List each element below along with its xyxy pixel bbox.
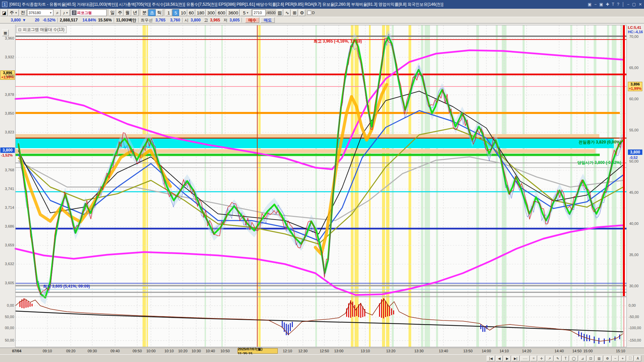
minimize-panel-icon[interactable]: −	[594, 2, 597, 7]
zoom-out-icon[interactable]: −	[612, 356, 619, 361]
price-chart-canvas[interactable]	[0, 23, 644, 348]
font-size-icon[interactable]: A	[634, 356, 641, 361]
buy-button[interactable]: 매수	[245, 17, 259, 23]
interval-button-group: 1510601803006003600	[165, 9, 239, 16]
time-axis-date: 07/04	[12, 349, 21, 353]
interval-button-10[interactable]: 10	[179, 9, 187, 16]
zoom-in-icon[interactable]: +	[619, 356, 626, 361]
turnover-pct: 14.84%	[83, 18, 96, 22]
time-axis: 07/04 2025/07/07(월) 11:35:15 09:1009:200…	[0, 348, 644, 354]
price-axis-label: 3,823	[1, 130, 14, 134]
period-button-주[interactable]: 주	[116, 9, 123, 16]
right-current-price-box: 3,800	[628, 149, 642, 155]
search-button[interactable]: ⌕	[54, 9, 61, 16]
pin-icon[interactable]: ✚	[606, 2, 609, 7]
best-quote-label: 최우선	[141, 17, 153, 23]
restore-icon[interactable]: ▢	[632, 2, 636, 7]
bars-count-input[interactable]: 2710	[252, 9, 266, 16]
interval-button-300[interactable]: 300	[206, 9, 216, 16]
current-price: 3,800	[11, 18, 21, 22]
line-chart-button[interactable]: ∿	[284, 9, 290, 16]
nav-first-icon[interactable]: |◀	[487, 356, 495, 361]
title-bar: 1 [0601] 주식종합차트 - 유통비율[40.5] 거래대금[11,003…	[0, 0, 644, 9]
time-axis-label: 14:20	[517, 349, 536, 353]
bars-total-label: /4500	[266, 11, 276, 15]
indicator-checkbox[interactable]	[18, 28, 21, 31]
chevron-down-icon: ▼	[49, 11, 52, 14]
nav-prev-icon[interactable]: ◀	[496, 356, 503, 361]
tool-trendline-icon[interactable]: ↗	[546, 356, 553, 361]
indicator-label[interactable]: 피코그램 매물대 수(13)	[16, 26, 67, 33]
help-icon[interactable]: ?	[617, 2, 619, 7]
cycle-select[interactable]: 주▼	[8, 9, 19, 16]
time-axis-label: 13:50	[459, 349, 477, 353]
expand-icon[interactable]: ⛶	[627, 356, 634, 361]
low-price: 3,605	[229, 18, 239, 22]
price-axis-label: 3,850	[1, 111, 14, 115]
tool-pencil-icon[interactable]: ✎	[554, 356, 561, 361]
sub-axis-label-left: 50,00	[1, 315, 14, 319]
panel-toggle-button[interactable]: ◪	[1, 9, 8, 16]
interval-button-3600[interactable]: 3600	[227, 9, 239, 16]
price-axis-label: 3,632	[1, 262, 14, 266]
chart-toolbar: ◪ 주▼ 전 376180▼ ⌕ ♪▼ 코피코그램 일주월년 분초틱 15106…	[0, 9, 644, 17]
nav-next-icon[interactable]: ▶	[503, 356, 511, 361]
tool-settings-icon[interactable]: ⚙	[604, 356, 611, 361]
tool-zoom-area-icon[interactable]: ⊡	[587, 356, 594, 361]
time-axis-label: 15:10	[611, 349, 630, 353]
indicator-label-text: 피코그램 매물대 수(13)	[23, 27, 64, 33]
crosshair-datetime-label: 2025/07/07(월) 11:35:15	[237, 348, 278, 354]
sub-axis-label-left: 00,00	[1, 326, 14, 330]
tool-ellipse-icon[interactable]: ◯	[570, 356, 578, 361]
tool-grid-icon[interactable]: ⌗	[530, 356, 537, 361]
sound-button[interactable]: ♪▼	[61, 9, 70, 16]
window-controls: ▣ − ▣ ✚ T ? │ − ▢ ✕	[588, 2, 642, 7]
grid-icon: ▦	[4, 31, 7, 35]
copy-window-icon[interactable]: ▣	[599, 2, 603, 7]
tool-angle-icon[interactable]: ⊿	[579, 356, 586, 361]
minimize-icon[interactable]: −	[627, 2, 630, 7]
best-ask: 3,765	[155, 18, 165, 22]
period-button-월[interactable]: 월	[124, 9, 131, 16]
close-icon[interactable]: ✕	[639, 2, 642, 7]
period-button-년[interactable]: 년	[131, 9, 139, 16]
tool-chart-style-icon[interactable]: ▥	[595, 356, 603, 361]
low-annotation: 최저 3,605 (5,41%, 09:09)	[43, 284, 90, 289]
nav-end-icon[interactable]: ▶|	[512, 356, 520, 361]
period-button-일[interactable]: 일	[109, 9, 116, 16]
chart-type-button[interactable]: ▥	[276, 9, 283, 16]
count-select[interactable]: 5▼	[240, 9, 252, 16]
chart-grid-button[interactable]: ▦	[2, 29, 9, 36]
settings-button[interactable]: ⚙	[299, 9, 305, 16]
title-toggle-icon[interactable]: T	[612, 2, 614, 7]
tool-crosshair-icon[interactable]: ✛	[538, 356, 545, 361]
line-chart-icon: ∿	[285, 10, 289, 15]
tick-button-분[interactable]: 분	[141, 9, 148, 16]
tick-button-틱[interactable]: 틱	[156, 9, 163, 16]
sell-button[interactable]: 매도	[261, 17, 275, 23]
interval-button-60[interactable]: 60	[187, 9, 195, 16]
save-layout-button[interactable]: ⊞	[291, 9, 298, 16]
interval-button-600[interactable]: 600	[216, 9, 226, 16]
percent-axis-label: 50,00	[629, 159, 639, 163]
interval-button-180[interactable]: 180	[196, 9, 206, 16]
quote-info-bar: 3,800 ▼ 20 -0.52% 2,888,517 14.84% 15.56…	[0, 17, 644, 23]
prev-stock-button[interactable]: 전	[19, 9, 26, 16]
stock-code-input[interactable]: 376180▼	[27, 9, 53, 16]
chart-area[interactable]: 피코그램 매물대 수(13) ▦ LC:5,41 HC:-4,16 3,896 …	[0, 23, 644, 348]
interval-button-1[interactable]: 1	[165, 9, 172, 16]
price-axis-label: 3,714	[1, 205, 14, 209]
interval-button-5[interactable]: 5	[172, 9, 179, 16]
dock-icon[interactable]: ▣	[588, 2, 591, 7]
d-checkbox[interactable]	[307, 11, 311, 15]
slider-handle[interactable]: ∙∙∙∙∙	[520, 356, 530, 361]
tool-text-icon[interactable]: T	[562, 356, 569, 361]
percent-axis-label: 55,00	[629, 128, 639, 132]
sub-axis-label-right: 0,00	[629, 303, 636, 307]
bars-count-value: 2710	[254, 11, 262, 15]
sub-axis-label-right: -150,00	[629, 338, 641, 342]
percent-axis-label: 70,00	[629, 35, 639, 39]
tick-button-초[interactable]: 초	[148, 9, 155, 16]
price-change-pct: -0.52%	[43, 18, 55, 22]
time-axis-label: 14:10	[495, 349, 514, 353]
